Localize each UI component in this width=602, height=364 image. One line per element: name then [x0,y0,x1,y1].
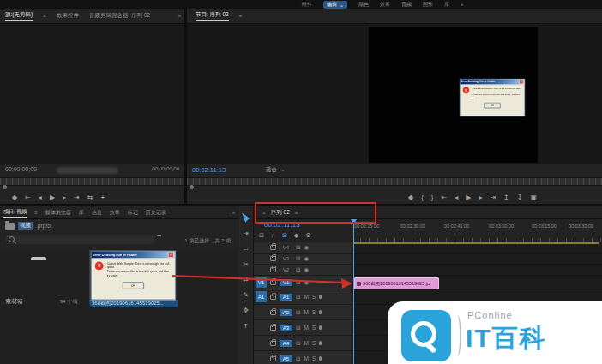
playhead-line[interactable] [353,219,354,364]
workspace-tab-libraries[interactable]: 库 [444,1,449,9]
tab-effects[interactable]: 效果 [110,209,120,217]
voiceover-mic-icon[interactable] [319,356,322,361]
mark-in-icon[interactable]: { [421,194,424,201]
solo-button[interactable]: S [312,355,316,361]
goto-in-icon[interactable]: ⇤ [442,194,448,201]
slip-tool-icon[interactable]: ⇄ [243,276,249,283]
workspace-tab-graphics[interactable]: 图形 [423,1,433,9]
program-fit-dropdown[interactable]: 适合 ⌄ [266,166,285,174]
solo-button[interactable]: S [312,294,316,300]
solo-button[interactable]: S [312,325,316,331]
voiceover-mic-icon[interactable] [319,310,322,314]
ok-button[interactable]: OK [123,282,144,289]
program-scroll-knob[interactable] [190,185,194,189]
track-output-eye-icon[interactable]: ◉ [304,266,309,273]
export-frame-icon[interactable]: ▣ [531,194,538,201]
voiceover-mic-icon[interactable] [319,325,322,330]
track-output-eye-icon[interactable]: ◉ [304,244,309,251]
goto-out-icon[interactable]: ⇥ [74,194,80,201]
track-lock-icon[interactable] [270,267,276,272]
add-marker-icon[interactable]: ◆ [408,194,413,201]
timeline-clip[interactable]: 368截图20190616145519025.jp [354,277,439,289]
tab-markers[interactable]: 标记 [128,209,138,217]
track-name-a3[interactable]: A3 [280,325,292,331]
tab-history[interactable]: 历史记录 [146,209,166,217]
workspace-tab-editing[interactable]: 编辑 ⌄ [323,1,347,9]
mute-button[interactable]: M [304,340,308,346]
tab-program[interactable]: 节目: 序列 02 [196,11,229,21]
sync-lock-icon[interactable]: ⊞ [296,294,300,301]
pen-tool-icon[interactable]: ✎ [243,291,249,299]
voiceover-mic-icon[interactable] [319,295,322,299]
sync-lock-icon[interactable]: ⊞ [296,244,300,251]
error-dialog-thumbnail[interactable]: Error Deleting File or Folder × ✕ Cannot… [91,251,176,300]
track-select-tool-icon[interactable]: ⇥ [243,230,249,237]
razor-tool-icon[interactable]: ✂ [243,260,249,268]
tab-source[interactable]: 源:(无剪辑) [5,11,33,21]
track-name-a4[interactable]: A4 [280,340,292,347]
panel-menu-icon[interactable]: ≡ [34,210,38,215]
selection-tool-icon[interactable] [242,211,250,222]
lift-icon[interactable]: ↥ [503,194,509,201]
button-editor-icon[interactable]: + [100,194,105,201]
step-back-icon[interactable]: ◂ [39,194,42,201]
track-name-a2[interactable]: A2 [280,309,292,316]
step-back-icon[interactable]: ◂ [455,194,458,201]
linked-selection-icon[interactable]: ⊠ [282,232,287,239]
track-lane-v3[interactable] [352,254,602,265]
panel-menu-icon[interactable]: ≡ [239,13,243,19]
play-icon[interactable]: ▶ [50,194,55,201]
search-input[interactable] [5,235,154,244]
dialog-close-button[interactable]: × [168,252,174,258]
sync-lock-icon[interactable]: ⊞ [296,325,300,331]
sync-lock-icon[interactable]: ⊞ [296,255,300,262]
sync-lock-icon[interactable]: ⊞ [296,309,300,316]
workspace-tab-audio[interactable]: 音频 [401,1,412,9]
project-breadcrumb[interactable]: 视频 .prproj [5,222,51,230]
mark-out-icon[interactable]: } [431,194,434,201]
tab-libraries[interactable]: 库 [79,209,84,217]
track-lock-icon[interactable] [270,310,276,315]
drag-av-icon[interactable]: ⇆ [87,194,93,201]
goto-out-icon[interactable]: ⇥ [490,194,496,201]
track-lock-icon[interactable] [270,341,276,346]
sync-lock-icon[interactable]: ⊞ [296,266,300,273]
step-forward-icon[interactable]: ▸ [63,194,66,201]
workspace-tab-color[interactable]: 颜色 [358,1,369,9]
track-lock-icon[interactable] [270,325,276,331]
timeline-ruler[interactable]: 00:02:15:00 00:02:30:00 00:02:45:00 00:0… [352,219,602,243]
track-lock-icon[interactable] [270,245,276,250]
workspace-overflow-icon[interactable]: » [461,2,463,7]
tab-overflow-icon[interactable]: » [232,210,235,215]
voiceover-mic-icon[interactable] [319,341,322,345]
source-fit-dropdown-blurred[interactable] [57,167,118,174]
track-lock-icon[interactable] [270,280,276,285]
nest-icon[interactable]: ⊡ [259,232,264,239]
sync-lock-icon[interactable]: ⊞ [296,340,300,347]
extract-icon[interactable]: ↧ [517,194,523,201]
tab-overflow-icon[interactable]: » [178,13,181,19]
add-marker-icon[interactable]: ◆ [294,232,298,239]
sync-lock-icon[interactable]: ⊞ [296,279,300,286]
track-name-a1[interactable]: A1 [280,294,292,301]
mute-button[interactable]: M [304,355,308,361]
tab-audio-clip-mixer[interactable]: 音频剪辑混合器: 序列 02 [89,12,150,20]
workspace-tab-effects[interactable]: 效果 [380,1,390,9]
program-zoom-scrollbar[interactable] [187,177,602,186]
tab-effect-controls[interactable]: 效果控件 [57,12,79,20]
add-marker-icon[interactable]: ◆ [12,194,17,201]
track-lock-icon[interactable] [270,356,276,361]
source-zoom-scrollbar[interactable] [0,177,184,186]
track-name-v1[interactable]: V1 [280,279,292,286]
step-forward-icon[interactable]: ▸ [479,194,482,201]
track-output-eye-icon[interactable]: ◉ [304,279,309,286]
source-patch-v1[interactable]: V1 [256,277,267,288]
tab-media-browser[interactable]: 媒体浏览器 [45,209,71,217]
solo-button[interactable]: S [312,309,316,315]
workspace-tab-assembly[interactable]: 组件 [302,1,312,9]
source-viewer[interactable] [0,24,184,164]
tab-info[interactable]: 信息 [92,209,102,217]
mute-button[interactable]: M [304,309,308,315]
track-lane-v4[interactable] [352,242,602,254]
goto-in-icon[interactable]: ⇤ [25,194,31,201]
